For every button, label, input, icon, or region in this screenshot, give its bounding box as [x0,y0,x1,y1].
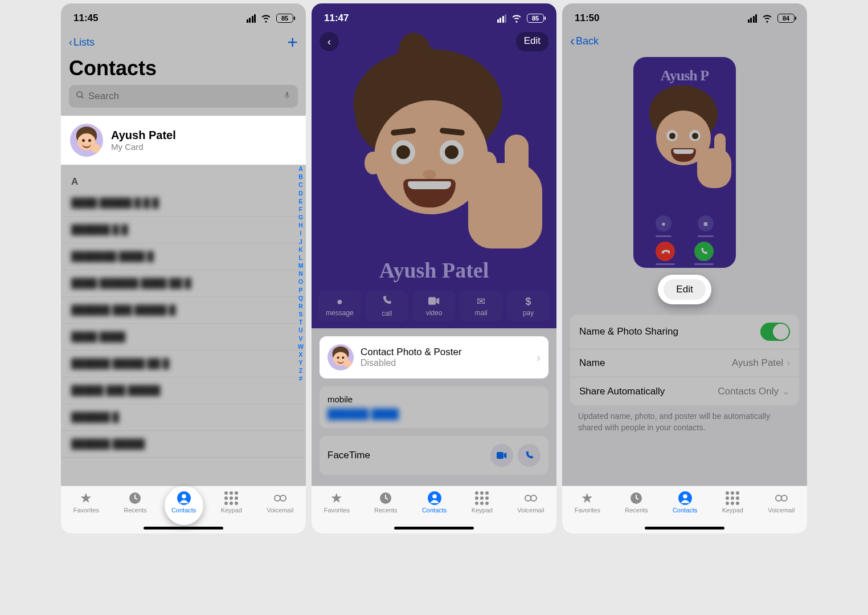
contact-details: Contact Photo & Poster Disabled › mobile… [312,328,556,486]
tab-keypad[interactable]: Keypad [472,491,493,514]
mobile-number: ██████ ████ [327,409,541,420]
svg-point-13 [683,494,687,499]
facetime-card: FaceTime [320,436,548,475]
signal-icon [247,14,256,23]
contact-photo-poster-row[interactable]: Contact Photo & Poster Disabled › [320,336,548,378]
contact-row[interactable]: ██████ █ [61,404,306,431]
mail-icon: ✉ [477,295,485,308]
auto-value: Contacts Only [718,386,779,397]
home-indicator[interactable] [645,527,724,530]
cpp-title: Contact Photo & Poster [361,347,462,358]
memoji-preview [644,85,726,182]
svg-point-10 [432,494,437,499]
star-icon: ★ [80,491,92,506]
edit-button[interactable]: Edit [516,32,548,51]
status-time: 11:45 [73,13,98,24]
tab-recents[interactable]: Recents [374,491,397,514]
keypad-icon [224,491,238,506]
action-message[interactable]: ●message [318,291,361,321]
tab-contacts[interactable]: Contacts [171,491,196,514]
tab-recents[interactable]: Recents [124,491,146,514]
status-time: 11:47 [324,13,349,24]
action-pay[interactable]: $pay [507,291,550,321]
contact-row[interactable]: ██████ █████ [61,431,306,458]
tab-keypad[interactable]: Keypad [722,491,743,514]
tab-contacts[interactable]: Contacts [422,491,447,514]
name-value: Ayush Patel [732,357,783,369]
tab-recents[interactable]: Recents [625,491,648,514]
svg-rect-6 [428,297,436,304]
add-contact-button[interactable]: + [287,32,298,53]
star-icon: ★ [330,491,343,506]
facetime-audio-button[interactable] [518,444,541,467]
back-button[interactable]: ‹ [320,32,339,51]
contact-row[interactable]: ██████ █████ ██ █ [61,351,306,377]
contact-poster: 11:47 85 ‹ Edit Ayush Patel ●message cal… [312,3,556,328]
name-row[interactable]: Name Ayush Patel› [570,349,799,377]
sharing-toggle[interactable] [760,323,790,341]
contact-icon [678,491,693,506]
svg-line-1 [81,96,83,98]
back-label: Lists [73,36,95,48]
tab-voicemail[interactable]: Voicemail [517,491,544,514]
back-lists-button[interactable]: ‹ Lists [69,36,95,48]
tab-favorites[interactable]: ★Favorites [575,491,600,514]
contact-row[interactable]: ████ █████ █ █ █ [61,190,306,217]
dictate-icon[interactable] [283,90,291,103]
voicemail-icon [775,491,788,506]
name-photo-sharing-row: Name & Photo Sharing [570,315,799,349]
chevron-left-icon: ‹ [69,36,72,48]
name-label: Name [579,357,605,369]
screen-photo-sharing-settings: 11:50 84 ‹ Back Ayush P ● ■ Edit [562,3,807,533]
az-index[interactable]: ABCDEFGHIJKLMNOPQRSTUVWXYZ# [298,165,304,383]
sharing-label: Name & Photo Sharing [579,326,678,337]
auto-label: Share Automatically [579,386,665,397]
tab-contacts[interactable]: Contacts [673,491,697,514]
share-auto-row[interactable]: Share Automatically Contacts Only⌄ [570,377,799,405]
poster-preview[interactable]: Ayush P ● ■ [633,57,736,268]
search-field[interactable]: Search [69,85,298,108]
updown-icon: ⌄ [782,385,790,397]
sharing-settings-group: Name & Photo Sharing Name Ayush Patel› S… [570,315,799,405]
home-indicator[interactable] [394,527,474,530]
my-card-row[interactable]: Ayush Patel My Card [61,116,306,165]
back-button[interactable]: ‹ Back [570,33,799,49]
action-mail[interactable]: ✉mail [460,291,502,321]
pay-icon: $ [526,296,531,308]
contacts-list[interactable]: ABCDEFGHIJKLMNOPQRSTUVWXYZ# A ████ █████… [61,165,306,486]
chevron-right-icon: › [537,351,541,364]
screen-contact-card: 11:47 85 ‹ Edit Ayush Patel ●message cal… [312,3,556,533]
contact-row[interactable]: ████ ████ [61,324,306,351]
action-call[interactable]: call [366,291,408,321]
contact-row[interactable]: ██████ █ █ [61,217,306,243]
status-indicators: 85 [247,10,294,26]
status-bar: 11:45 85 [61,3,306,30]
keypad-icon [475,491,489,506]
preview-video-icon: ■ [698,215,714,231]
cpp-sub: Disabled [361,358,462,368]
message-icon: ● [337,296,343,308]
tab-voicemail[interactable]: Voicemail [768,491,795,514]
battery-indicator: 84 [777,14,795,23]
facetime-video-button[interactable] [490,444,513,467]
contact-row[interactable]: █████ ███ █████ [61,377,306,404]
home-indicator[interactable] [144,527,223,530]
action-video[interactable]: video [413,291,456,321]
preview-action-icons: ● ■ [633,215,736,231]
tab-voicemail[interactable]: Voicemail [267,491,293,514]
tab-favorites[interactable]: ★Favorites [73,491,99,514]
star-icon: ★ [581,491,593,506]
edit-poster-button[interactable]: Edit [664,279,705,300]
svg-rect-2 [286,92,288,96]
tab-keypad[interactable]: Keypad [221,491,242,514]
contact-row[interactable]: ████ ██████ ████ ██ █ [61,270,306,297]
contact-row[interactable]: ███████ ████ █ [61,243,306,270]
mobile-card[interactable]: mobile ██████ ████ [320,386,548,428]
tab-favorites[interactable]: ★Favorites [324,491,350,514]
wifi-icon [259,10,273,26]
signal-icon [748,14,758,23]
memoji-poster [343,49,525,243]
contact-row[interactable]: ██████ ███ █████ █ [61,297,306,324]
mycard-name: Ayush Patel [111,129,176,142]
clock-icon [629,491,643,506]
